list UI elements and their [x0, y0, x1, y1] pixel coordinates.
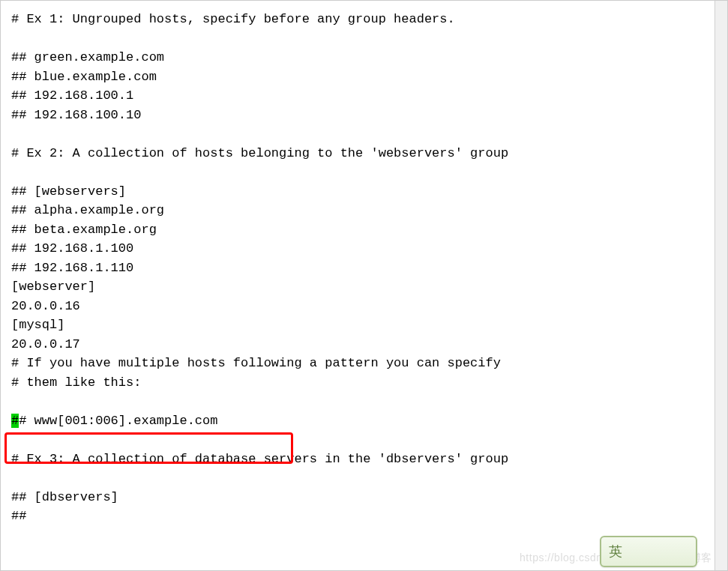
cursor-highlight: #: [11, 414, 19, 428]
code-line: ## 192.168.1.100: [11, 241, 133, 256]
code-line: # Ex 1: Ungrouped hosts, specify before …: [11, 12, 455, 26]
code-line: [mysql]: [11, 318, 64, 332]
code-content[interactable]: # Ex 1: Ungrouped hosts, specify before …: [11, 10, 717, 526]
text-editor-viewport[interactable]: # Ex 1: Ungrouped hosts, specify before …: [0, 0, 728, 571]
code-line: ## 192.168.100.1: [11, 88, 133, 103]
code-line: ## green.example.com: [11, 50, 164, 64]
code-line: ## [dbservers]: [11, 490, 118, 504]
ime-indicator-badge[interactable]: 英: [600, 536, 697, 567]
code-line: ##: [11, 509, 26, 523]
code-line: ## 192.168.100.10: [11, 108, 141, 122]
ime-mode-char: 英: [609, 542, 622, 562]
code-line: # them like this:: [11, 375, 141, 390]
code-line: ## alpha.example.org: [11, 203, 164, 217]
code-line: # www[001:006].example.com: [19, 414, 217, 428]
code-line: 20.0.0.17: [11, 337, 80, 351]
vertical-scrollbar[interactable]: [715, 1, 727, 570]
code-line: # Ex 2: A collection of hosts belonging …: [11, 146, 508, 160]
code-line: # If you have multiple hosts following a…: [11, 356, 501, 370]
code-line: ## blue.example.com: [11, 70, 157, 84]
code-line: [webserver]: [11, 280, 95, 294]
code-line: ## [webservers]: [11, 184, 126, 199]
code-line: # Ex 3: A collection of database servers…: [11, 452, 508, 466]
code-line: ## 192.168.1.110: [11, 261, 133, 275]
code-line: ## beta.example.org: [11, 223, 157, 237]
code-line: 20.0.0.16: [11, 299, 80, 313]
